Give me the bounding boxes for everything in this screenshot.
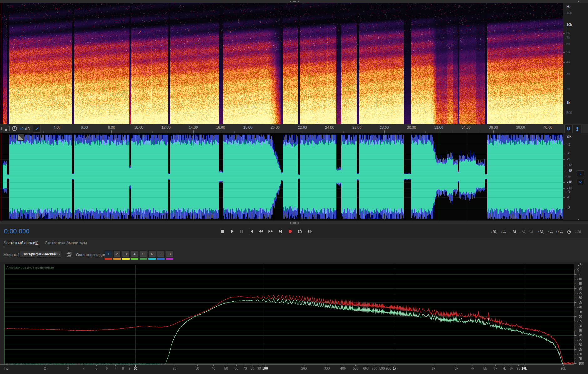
freq-tick-label: 15k bbox=[566, 11, 572, 15]
timeline-minor-tick bbox=[71, 131, 71, 133]
scrollbar-drag-handle[interactable] bbox=[290, 222, 299, 224]
skip-to-start-button[interactable] bbox=[248, 227, 255, 235]
graph-y-tick-label: -5 bbox=[577, 272, 580, 276]
rewind-button[interactable] bbox=[257, 227, 265, 235]
hold-button-4[interactable]: 4 bbox=[131, 250, 138, 257]
transport-bar: 0:00.000 ↕ ↕ ↔ ↔ ⟨ ⟩ ⟨⟩ ⛶ bbox=[0, 225, 588, 239]
zoom-in-horizontal-button[interactable]: ↔ bbox=[509, 227, 517, 235]
graph-x-axis-unit: Гц bbox=[4, 366, 8, 370]
timeline-label: 18:00 bbox=[243, 125, 253, 129]
graph-x-tick-label: 5k bbox=[483, 366, 487, 370]
pin-icon bbox=[35, 127, 39, 131]
graph-y-tick-label: -35 bbox=[577, 301, 582, 304]
spectrogram-frequency-ruler[interactable]: Hz 15k10k8k7k6k5k4k3k2k1k500 bbox=[563, 3, 588, 124]
timeline-minor-tick bbox=[125, 131, 125, 133]
marker-icon bbox=[575, 127, 580, 131]
grip-handle-icon[interactable] bbox=[1, 126, 2, 131]
scale-dropdown[interactable]: Логарифмический ˄˅ bbox=[19, 251, 61, 258]
hold-button-8[interactable]: 8 bbox=[166, 250, 173, 257]
db-tick-mark bbox=[563, 177, 565, 177]
skip-to-end-button[interactable] bbox=[277, 227, 284, 235]
channel-right-button[interactable]: R bbox=[577, 179, 584, 185]
db-tick-mark bbox=[563, 145, 565, 145]
hold-button-7[interactable]: 7 bbox=[157, 250, 165, 257]
levels-meter-icon[interactable] bbox=[3, 126, 10, 131]
hold-button-6[interactable]: 6 bbox=[148, 250, 156, 257]
hold-button-2[interactable]: 2 bbox=[113, 250, 121, 257]
zoom-to-out-point-button[interactable]: ⟩ bbox=[546, 227, 554, 235]
record-button[interactable] bbox=[286, 227, 294, 235]
time-display[interactable]: 0:00.000 bbox=[4, 228, 30, 235]
hold-button-1[interactable]: 1 bbox=[105, 250, 112, 257]
magnet-icon bbox=[566, 127, 571, 131]
fast-forward-button[interactable] bbox=[267, 227, 274, 235]
timeline-major-tick bbox=[466, 130, 466, 133]
loop-playback-button[interactable] bbox=[296, 227, 304, 235]
zoom-in-vertical-button[interactable]: ↕ bbox=[490, 227, 498, 235]
channel-left-button[interactable]: L bbox=[577, 170, 584, 177]
db-tick-label: -18 bbox=[567, 180, 572, 184]
timeline-label: 34:00 bbox=[462, 125, 471, 129]
spectrogram-canvas[interactable] bbox=[0, 3, 563, 124]
freq-tick-mark bbox=[563, 33, 565, 34]
knob-icon[interactable] bbox=[12, 126, 17, 131]
graph-x-tick-label: 70 bbox=[243, 366, 247, 370]
timer-button[interactable] bbox=[565, 227, 573, 235]
timeline-label: 30:00 bbox=[407, 125, 416, 129]
waveform-canvas[interactable] bbox=[0, 133, 563, 220]
hold-color-bar bbox=[166, 258, 173, 260]
timeline-minor-tick bbox=[180, 131, 180, 133]
waveform-db-ruler[interactable]: dB ▲ -3-6-9-12-18-∞-18-12-9-6-3 bbox=[563, 133, 588, 220]
panel-drag-handle[interactable] bbox=[290, 1, 299, 2]
freq-tick-label: 500 bbox=[566, 111, 572, 114]
timeline-major-tick bbox=[57, 130, 57, 133]
tab-amplitude-statistics[interactable]: Статистика Амплитуды bbox=[45, 241, 87, 245]
graph-y-tick-label: -75 bbox=[577, 338, 582, 342]
zoom-to-selection-button[interactable]: ⟨⟩ bbox=[556, 227, 564, 235]
hold-color-bar bbox=[122, 258, 130, 260]
marker-button[interactable] bbox=[573, 125, 581, 133]
panel-menu-icon[interactable]: ☰ bbox=[35, 241, 39, 245]
snap-magnet-button[interactable] bbox=[564, 125, 573, 133]
graph-y-tick-label: -60 bbox=[577, 324, 582, 328]
zoom-out-horizontal-button[interactable]: ↔ bbox=[518, 227, 526, 235]
freq-tick-label: 8k bbox=[566, 31, 570, 35]
timeline-major-tick bbox=[221, 130, 221, 133]
gain-value[interactable]: +0 bbox=[19, 126, 24, 131]
frequency-graph-canvas[interactable] bbox=[0, 262, 588, 374]
hold-button-3[interactable]: 3 bbox=[122, 250, 130, 257]
freq-tick-label: 7k bbox=[566, 36, 570, 39]
pin-button[interactable] bbox=[33, 125, 41, 133]
db-tick-label: -12 bbox=[567, 163, 572, 167]
graph-note: Анализированое выделение bbox=[6, 265, 54, 269]
zoom-full-button[interactable]: ⛶ bbox=[575, 227, 582, 235]
timeline-label: 12:00 bbox=[161, 125, 171, 129]
zoom-reset-button[interactable] bbox=[528, 227, 535, 235]
timeline-label: 24:00 bbox=[325, 125, 334, 129]
timeline-label: 6:00 bbox=[81, 125, 88, 129]
graph-x-tick-label: 9 bbox=[129, 366, 130, 370]
graph-x-tick-label: 8 bbox=[122, 366, 124, 370]
freq-tick-mark bbox=[563, 52, 565, 53]
graph-x-tick-label: 300 bbox=[324, 366, 330, 370]
db-tick-label: -6 bbox=[567, 151, 570, 155]
db-tick-mark bbox=[563, 188, 565, 189]
zoom-out-vertical-button[interactable]: ↕ bbox=[499, 227, 507, 235]
timeline-minor-tick bbox=[507, 131, 507, 133]
zoom-to-in-point-button[interactable]: ⟨ bbox=[537, 227, 545, 235]
skip-selection-button[interactable] bbox=[306, 227, 313, 235]
snapshot-icon[interactable] bbox=[66, 252, 72, 257]
pause-button[interactable] bbox=[238, 227, 245, 235]
tab-frequency-analysis[interactable]: Частотный анализ bbox=[4, 241, 37, 245]
graph-y-tick-label: -55 bbox=[577, 319, 582, 323]
hold-button-5[interactable]: 5 bbox=[140, 250, 147, 257]
freq-tick-mark bbox=[563, 44, 565, 44]
graph-x-tick-label: 50 bbox=[224, 366, 228, 370]
graph-x-tick-label: 8k bbox=[510, 366, 513, 370]
fold-corner-handle[interactable] bbox=[17, 134, 24, 141]
play-button[interactable] bbox=[228, 227, 236, 235]
timer-icon bbox=[567, 229, 571, 234]
magnifier-icon bbox=[559, 230, 563, 234]
stop-button[interactable] bbox=[218, 227, 226, 235]
timeline-ruler[interactable]: 2:00 +0 dB bbox=[0, 124, 588, 133]
